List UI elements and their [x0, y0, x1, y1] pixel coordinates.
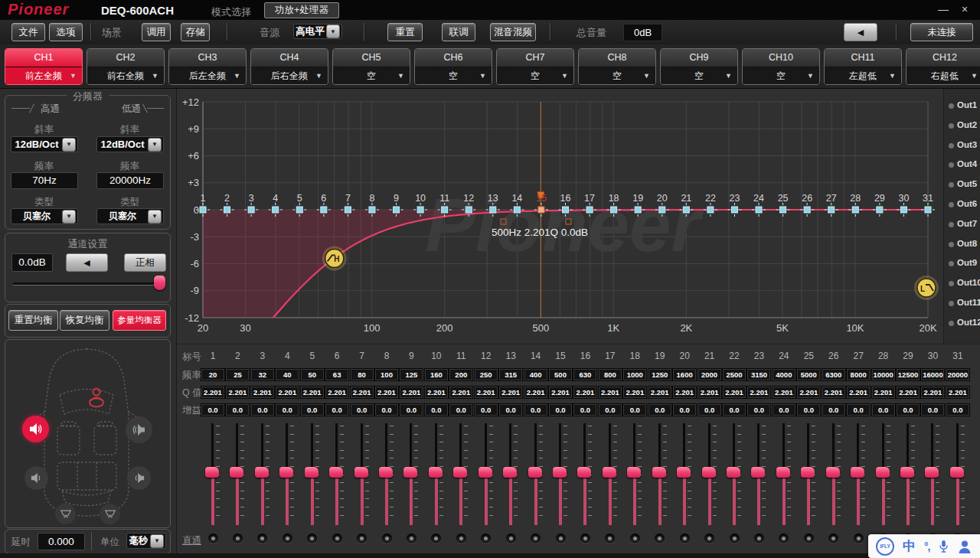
channel-tab-ch7[interactable]: CH7空▼ [496, 48, 574, 85]
hp-freq-value[interactable]: 70Hz [11, 172, 78, 189]
eq-band-point-8[interactable] [369, 207, 375, 213]
band-12-fader[interactable] [477, 423, 495, 525]
chevron-down-icon[interactable]: ▼ [150, 534, 164, 548]
band-15-bypass-toggle[interactable] [556, 534, 566, 543]
band-27-freq-value[interactable]: 8000 [846, 368, 871, 381]
band-14-q-value[interactable]: 2.201 [524, 386, 548, 399]
band-14-freq-value[interactable]: 400 [524, 368, 548, 381]
fader-knob[interactable] [479, 467, 492, 478]
band-16-fader[interactable] [576, 423, 594, 525]
user-profile-icon[interactable] [959, 540, 971, 553]
band-12-freq-value[interactable]: 250 [474, 368, 498, 381]
band-2-bypass-toggle[interactable] [233, 534, 243, 543]
band-18-bypass-toggle[interactable] [630, 534, 640, 543]
band-22-q-value[interactable]: 2.201 [722, 386, 746, 399]
band-5-gain-value[interactable]: 0.0 [300, 403, 325, 416]
fader-knob[interactable] [255, 467, 269, 478]
band-2-freq-value[interactable]: 25 [225, 368, 250, 381]
hp-type-dropdown[interactable]: 贝塞尔 ▼ [11, 208, 78, 224]
microphone-icon[interactable] [939, 540, 949, 553]
band-26-fader[interactable] [825, 423, 843, 525]
eq-band-point-20[interactable] [659, 207, 665, 213]
band-15-q-value[interactable]: 2.201 [548, 386, 573, 399]
subwoofer-right-button[interactable] [100, 504, 120, 524]
eq-band-point-13[interactable] [490, 207, 496, 213]
band-4-bypass-toggle[interactable] [283, 534, 292, 543]
band-28-q-value[interactable]: 2.201 [871, 386, 896, 399]
band-19-q-value[interactable]: 2.201 [648, 386, 672, 399]
eq-band-point-11[interactable] [442, 207, 448, 213]
band-9-fader[interactable] [402, 423, 420, 525]
channel-role-dropdown[interactable]: 空▼ [333, 67, 410, 84]
band-6-q-value[interactable]: 2.201 [325, 386, 349, 399]
band-20-gain-value[interactable]: 0.0 [672, 403, 697, 416]
eq-band-point-16[interactable] [563, 207, 569, 213]
band-13-fader[interactable] [501, 423, 520, 525]
channel-role-dropdown[interactable]: 后右全频▼ [251, 67, 328, 84]
band-2-gain-value[interactable]: 0.0 [225, 403, 250, 416]
band-16-q-value[interactable]: 2.201 [573, 386, 597, 399]
eq-band-point-9[interactable] [394, 207, 400, 213]
band-29-freq-value[interactable]: 12500 [896, 368, 920, 381]
band-15-fader[interactable] [551, 423, 570, 525]
channel-role-dropdown[interactable]: 右超低▼ [906, 67, 980, 84]
eq-band-point-19[interactable] [635, 207, 641, 213]
band-5-freq-value[interactable]: 50 [300, 368, 325, 381]
band-6-fader[interactable] [328, 423, 346, 525]
band-22-bypass-toggle[interactable] [730, 534, 740, 543]
fader-knob[interactable] [429, 467, 443, 478]
eq-band-point-3[interactable] [248, 207, 254, 213]
lp-freq-value[interactable]: 20000Hz [96, 172, 164, 189]
fader-knob[interactable] [329, 467, 343, 478]
fader-knob[interactable] [826, 467, 840, 478]
band-6-gain-value[interactable]: 0.0 [325, 403, 349, 416]
band-19-gain-value[interactable]: 0.0 [648, 403, 672, 416]
band-4-freq-value[interactable]: 40 [275, 368, 299, 381]
band-1-bypass-toggle[interactable] [208, 534, 218, 543]
channel-level-slider[interactable] [13, 282, 165, 286]
band-27-fader[interactable] [849, 423, 867, 525]
ime-language-toggle[interactable]: 中 [903, 537, 916, 555]
channel-role-dropdown[interactable]: 前右全频▼ [87, 67, 164, 84]
fader-knob[interactable] [603, 467, 616, 478]
fader-knob[interactable] [801, 467, 815, 478]
band-19-freq-value[interactable]: 1250 [648, 368, 672, 381]
band-8-fader[interactable] [377, 423, 396, 525]
band-30-freq-value[interactable]: 16000 [920, 368, 945, 381]
band-23-freq-value[interactable]: 3150 [746, 368, 771, 381]
channel-role-dropdown[interactable]: 空▼ [743, 67, 819, 84]
band-13-q-value[interactable]: 2.201 [498, 386, 523, 399]
band-7-q-value[interactable]: 2.201 [350, 386, 374, 399]
fader-knob[interactable] [652, 467, 666, 478]
band-16-gain-value[interactable]: 0.0 [573, 403, 597, 416]
subwoofer-left-button[interactable] [55, 504, 76, 524]
band-23-bypass-toggle[interactable] [754, 534, 764, 543]
band-13-bypass-toggle[interactable] [506, 534, 516, 543]
fader-knob[interactable] [354, 467, 368, 478]
band-2-q-value[interactable]: 2.201 [225, 386, 250, 399]
eq-band-point-29[interactable] [877, 207, 883, 213]
band-21-bypass-toggle[interactable] [704, 534, 714, 543]
band-30-fader[interactable] [923, 423, 942, 525]
channel-tab-ch5[interactable]: CH5空▼ [332, 48, 410, 85]
fader-knob[interactable] [925, 467, 939, 478]
band-1-freq-value[interactable]: 20 [201, 368, 225, 381]
band-21-gain-value[interactable]: 0.0 [697, 403, 722, 416]
band-16-bypass-toggle[interactable] [580, 534, 590, 543]
band-7-bypass-toggle[interactable] [357, 534, 367, 543]
close-icon[interactable]: × [957, 3, 972, 15]
eq-band-point-27[interactable] [828, 207, 835, 213]
channel-tab-ch11[interactable]: CH11左超低▼ [824, 48, 902, 85]
fader-knob[interactable] [230, 467, 243, 478]
channel-tab-ch1[interactable]: CH1前左全频▼ [5, 48, 83, 85]
band-27-q-value[interactable]: 2.201 [846, 386, 871, 399]
band-11-bypass-toggle[interactable] [456, 534, 466, 543]
band-3-gain-value[interactable]: 0.0 [250, 403, 275, 416]
band-24-freq-value[interactable]: 4000 [772, 368, 796, 381]
band-28-gain-value[interactable]: 0.0 [871, 403, 896, 416]
band-21-q-value[interactable]: 2.201 [697, 386, 722, 399]
channel-tab-ch4[interactable]: CH4后右全频▼ [250, 48, 328, 85]
band-18-fader[interactable] [626, 423, 644, 525]
band-31-freq-value[interactable]: 20000 [946, 368, 970, 381]
fader-knob[interactable] [279, 467, 293, 478]
